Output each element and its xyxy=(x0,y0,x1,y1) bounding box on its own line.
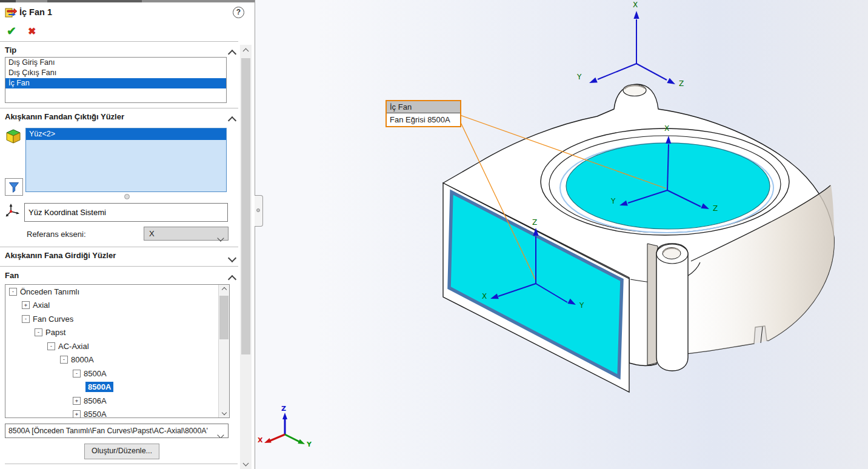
coordinate-system-field[interactable] xyxy=(24,203,228,222)
reference-axis-label: Referans ekseni: xyxy=(27,230,86,239)
axis-x-label: X xyxy=(633,1,638,9)
list-item-selected[interactable]: İç Fan xyxy=(5,78,226,88)
tree-item[interactable]: +8550A xyxy=(5,408,229,419)
axis-y-label: Y xyxy=(576,73,582,81)
divider xyxy=(0,247,238,247)
selected-fan-dropdown[interactable]: 8500A [Önceden Tanımlı\Fan Curves\Papst\… xyxy=(5,424,229,438)
collapse-fan-icon[interactable] xyxy=(229,274,235,285)
section-tip-title: Tip xyxy=(5,45,16,55)
property-manager-panel: İç Fan 1 ? ✔ ✖ Tip Dış Giriş Fanı Dış Çı… xyxy=(0,0,255,469)
scroll-down-icon[interactable] xyxy=(240,457,252,469)
tree-item-selected[interactable]: 8500A xyxy=(5,381,229,394)
selected-face-item[interactable]: Yüz<2> xyxy=(26,128,226,140)
scroll-up-icon[interactable] xyxy=(240,45,252,57)
tree-expand-icon[interactable]: + xyxy=(22,301,30,309)
page-title: İç Fan 1 xyxy=(19,7,52,17)
divider xyxy=(0,41,238,42)
outlet-faces-listbox: Yüz<2> xyxy=(25,128,227,192)
origin-z-label: Z xyxy=(281,405,286,413)
fan-tree: -Önceden Tanımlı +Axial -Fan Curves -Pap… xyxy=(5,284,230,418)
coordinate-system-icon xyxy=(5,203,21,221)
origin-y-label: Y xyxy=(306,441,312,448)
tree-item[interactable]: -Papst xyxy=(5,326,229,340)
ok-button[interactable]: ✔ xyxy=(7,24,16,38)
scroll-up-icon[interactable] xyxy=(219,285,229,294)
tree-expand-icon[interactable]: - xyxy=(73,370,81,378)
axis-y-label: Y xyxy=(610,197,616,205)
tree-expand-icon[interactable]: - xyxy=(35,328,42,336)
expand-inlet-icon[interactable] xyxy=(229,253,235,264)
list-resize-grip[interactable] xyxy=(124,194,130,199)
panel-splitter-handle[interactable] xyxy=(255,195,263,227)
panel-scroll-thumb[interactable] xyxy=(241,58,250,354)
axis-z-label: Z xyxy=(713,204,718,213)
divider xyxy=(0,266,238,267)
tree-expand-icon[interactable]: - xyxy=(47,342,55,350)
fan-feature-icon xyxy=(5,6,18,21)
axis-z-label: Z xyxy=(679,79,684,88)
divider xyxy=(5,464,238,464)
tree-expand-icon[interactable]: - xyxy=(9,288,17,296)
selected-fan-value: 8500A [Önceden Tanımlı\Fan Curves\Papst\… xyxy=(8,427,208,435)
tree-item[interactable]: -Önceden Tanımlı xyxy=(5,285,229,299)
section-outlet-faces-title: Akışkanın Fandan Çıktığı Yüzler xyxy=(5,112,124,121)
collapse-tip-icon[interactable] xyxy=(229,48,235,59)
axis-z-label: Z xyxy=(532,218,537,227)
global-axis-triad: X Y Z xyxy=(576,1,684,88)
panel-header: İç Fan 1 ? xyxy=(0,4,255,22)
section-fan-title: Fan xyxy=(5,271,19,280)
axis-x-label: X xyxy=(664,124,669,133)
filter-icon xyxy=(8,181,20,193)
tree-item[interactable]: +8506A xyxy=(5,394,229,408)
tree-item[interactable]: -AC-Axial xyxy=(5,339,229,353)
divider xyxy=(0,108,238,108)
tree-expand-icon[interactable]: + xyxy=(73,397,81,405)
scroll-down-icon[interactable] xyxy=(219,408,229,417)
tree-item[interactable]: -Fan Curves xyxy=(5,312,229,326)
face-selection-icon xyxy=(5,128,21,147)
collapse-outlet-icon[interactable] xyxy=(229,115,235,126)
graphics-viewport[interactable]: X Y Z X Y Z xyxy=(255,0,868,469)
tree-scrollbar[interactable] xyxy=(218,285,229,417)
tree-item[interactable]: -8000A xyxy=(5,353,229,367)
reference-axis-dropdown[interactable]: X xyxy=(144,227,229,241)
fan-type-listbox: Dış Giriş Fanı Dış Çıkış Fanı İç Fan xyxy=(5,57,227,103)
list-item[interactable]: Dış Giriş Fanı xyxy=(5,58,226,68)
origin-triad: Z X Y xyxy=(258,405,312,448)
panel-border xyxy=(255,0,255,469)
section-inlet-faces-title: Akışkanın Fana Girdiği Yüzler xyxy=(5,251,116,260)
callout-title: İç Fan xyxy=(387,101,460,113)
tree-item[interactable]: -8500A xyxy=(5,367,229,381)
list-item[interactable]: Dış Çıkış Fanı xyxy=(5,68,226,78)
axis-x-label: X xyxy=(482,292,487,301)
chevron-down-icon xyxy=(218,428,223,438)
tree-item[interactable]: +Axial xyxy=(5,299,229,313)
reference-axis-value: X xyxy=(149,229,155,238)
tree-expand-icon[interactable]: - xyxy=(60,356,68,364)
tree-expand-icon[interactable]: - xyxy=(22,315,30,323)
axis-y-label: Y xyxy=(579,301,584,310)
cancel-button[interactable]: ✖ xyxy=(28,25,36,37)
solidworks-fan-dialog: İç Fan 1 ? ✔ ✖ Tip Dış Giriş Fanı Dış Çı… xyxy=(0,0,868,469)
help-icon[interactable]: ? xyxy=(233,7,244,18)
panel-tab-strip xyxy=(0,0,255,2)
origin-x-label: X xyxy=(258,436,263,444)
tree-expand-icon[interactable]: + xyxy=(73,410,81,418)
filter-button[interactable] xyxy=(5,178,23,196)
tree-scroll-thumb[interactable] xyxy=(219,296,229,339)
create-edit-button[interactable]: Oluştur/Düzenle... xyxy=(84,444,159,459)
callout-fan-curve: Fan Eğrisi 8500A xyxy=(387,113,460,126)
chevron-down-icon xyxy=(218,231,223,245)
panel-scrollbar[interactable] xyxy=(240,45,252,469)
fan-callout[interactable]: İç Fan Fan Eğrisi 8500A xyxy=(386,100,461,127)
grip-dot-icon xyxy=(256,208,260,212)
